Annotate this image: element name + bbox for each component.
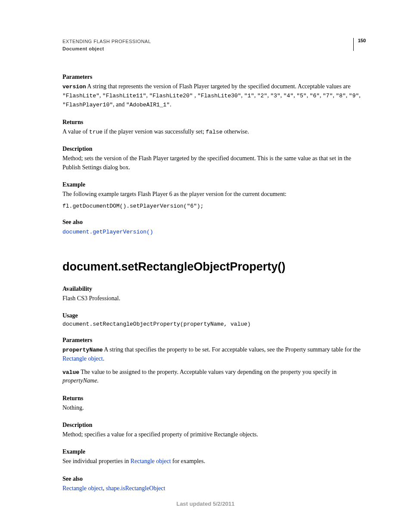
returns-text: A value of	[62, 128, 89, 135]
seealso-body: Rectangle object, shape.isRectangleObjec…	[62, 484, 366, 493]
returns-heading: Returns	[62, 395, 366, 402]
val: "4"	[283, 93, 293, 99]
val: "FlashPlayer10"	[62, 102, 113, 108]
param-value: value The value to be assigned to the pr…	[62, 368, 366, 386]
seealso-link[interactable]: shape.isRectangleObject	[106, 485, 165, 492]
example-body: See individual properties in Rectangle o…	[62, 457, 366, 466]
rectangle-object-link[interactable]: Rectangle object	[131, 458, 171, 464]
returns-heading: Returns	[62, 119, 366, 126]
param-name: propertyName	[62, 347, 103, 353]
example-heading: Example	[62, 181, 366, 188]
val: "FlashLite"	[62, 93, 100, 99]
example-code: fl.getDocumentDOM().setPlayerVersion("6"…	[62, 203, 366, 209]
seealso-link[interactable]: Rectangle object	[62, 485, 103, 492]
page-header: EXTENDING FLASH PROFESSIONAL Document ob…	[62, 38, 366, 52]
usage-code: document.setRectangleObjectProperty(prop…	[62, 321, 366, 327]
returns-body: A value of true if the player version wa…	[62, 128, 366, 137]
header-left: EXTENDING FLASH PROFESSIONAL Document ob…	[62, 38, 353, 52]
val: "AdobeAIR1_1"	[126, 102, 170, 108]
param-name: value	[62, 369, 79, 376]
val: "FlashLite11"	[103, 93, 146, 99]
header-title: EXTENDING FLASH PROFESSIONAL	[62, 38, 353, 45]
description-body: Method; specifies a value for a specifie…	[62, 430, 366, 439]
description-heading: Description	[62, 146, 366, 152]
parameters-heading: Parameters	[62, 74, 366, 81]
method-heading: document.setRectangleObjectProperty()	[62, 260, 366, 274]
availability-body: Flash CS3 Professional.	[62, 294, 366, 303]
parameters-heading: Parameters	[62, 337, 366, 344]
seealso-heading: See also	[62, 476, 366, 482]
val: "9"	[349, 93, 359, 99]
val: "3"	[270, 93, 280, 99]
val-and: , and	[113, 101, 126, 108]
seealso-heading: See also	[62, 219, 366, 226]
param-name: version	[62, 84, 86, 90]
false-literal: false	[206, 129, 223, 135]
description-body: Method; sets the version of the Flash Pl…	[62, 154, 366, 172]
returns-text: if the player version was successfully s…	[103, 128, 206, 135]
param-version: version A string that represents the ver…	[62, 82, 366, 109]
val: "FlashLite30"	[197, 93, 241, 99]
example-body: The following example targets Flash Play…	[62, 190, 366, 199]
val: "8"	[336, 93, 346, 99]
description-heading: Description	[62, 422, 366, 429]
true-literal: true	[89, 129, 103, 135]
val: "2"	[257, 93, 267, 99]
val: "5"	[296, 93, 306, 99]
header-subtitle: Document object	[62, 45, 353, 53]
param-desc: The value to be assigned to the property…	[79, 369, 336, 375]
val: "FlashLite20"	[149, 93, 193, 99]
example-text: See individual properties in	[62, 458, 131, 464]
page-container: EXTENDING FLASH PROFESSIONAL Document ob…	[0, 0, 411, 520]
page-number: 150	[353, 38, 366, 51]
val: "7"	[323, 93, 333, 99]
param-desc: A string that represents the version of …	[86, 83, 351, 90]
rectangle-object-link[interactable]: Rectangle object	[62, 355, 103, 362]
seealso-body: document.getPlayerVersion()	[62, 227, 366, 236]
val: "1"	[244, 93, 254, 99]
page-footer: Last updated 5/2/2011	[0, 501, 411, 507]
returns-text: otherwise.	[223, 128, 249, 135]
example-text: for examples.	[171, 458, 206, 464]
availability-heading: Availability	[62, 286, 366, 292]
usage-heading: Usage	[62, 312, 366, 319]
param-italic: propertyName	[62, 377, 97, 384]
example-heading: Example	[62, 448, 366, 455]
val: "6"	[310, 93, 320, 99]
param-desc: A string that specifies the property to …	[103, 346, 361, 353]
seealso-link[interactable]: document.getPlayerVersion()	[62, 229, 153, 235]
param-propertyname: propertyName A string that specifies the…	[62, 345, 366, 363]
returns-body: Nothing.	[62, 404, 366, 412]
